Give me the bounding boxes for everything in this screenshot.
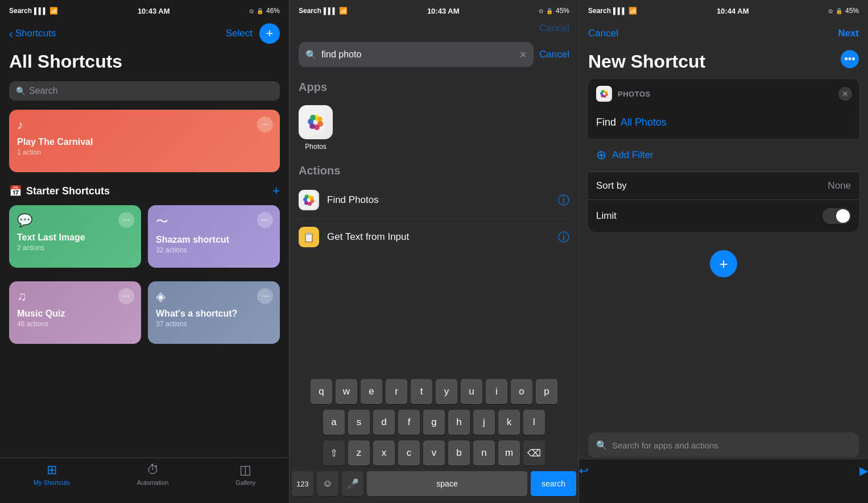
shortcut-card-play-carnival[interactable]: ♪ ··· Play The Carnival 1 action	[9, 110, 280, 172]
keyboard-row-2: a s d f g h j k l	[290, 406, 578, 437]
status-bar-1: Search ▌▌▌ 📶 10:43 AM ⊙ 🔒 46%	[0, 0, 289, 20]
card-more-shazam[interactable]: ···	[257, 212, 273, 228]
key-dictation[interactable]: 🎤	[342, 471, 363, 496]
undo-button[interactable]: ↩	[579, 464, 589, 477]
signal-3: ▌▌▌	[613, 7, 626, 14]
keyboard: q w e r t y u i o p a s d f g h j k l ⇧ …	[290, 376, 578, 503]
time-3: 10:44 AM	[717, 7, 749, 15]
actions-section-label: Actions	[290, 160, 578, 182]
key-e[interactable]: e	[361, 379, 382, 404]
shortcuts-list: ♪ ··· Play The Carnival 1 action	[0, 110, 289, 179]
carrier-1: Search	[9, 7, 32, 15]
tab-gallery[interactable]: ◫ Gallery	[235, 463, 255, 486]
key-p[interactable]: p	[536, 379, 557, 404]
card-more-music-quiz[interactable]: ···	[118, 288, 134, 304]
page-title-section-3: New Shortcut	[579, 49, 868, 79]
share-icon: ▶	[859, 464, 868, 477]
card-more-play[interactable]: ···	[257, 117, 273, 132]
select-button[interactable]: Select	[226, 28, 253, 39]
find-photos-action-row[interactable]: Find Photos ⓘ	[290, 182, 578, 218]
lock-icon-3: 🔒	[836, 8, 842, 14]
limit-toggle[interactable]	[822, 208, 851, 224]
key-b[interactable]: b	[448, 440, 470, 465]
key-a[interactable]: a	[323, 410, 345, 435]
search-bar-1[interactable]: 🔍 Search	[9, 81, 280, 101]
starter-add-button[interactable]: +	[272, 184, 280, 198]
key-o[interactable]: o	[511, 379, 532, 404]
key-i[interactable]: i	[486, 379, 507, 404]
apps-grid: Photos	[290, 105, 578, 160]
photos-block-app-name: PHOTOS	[618, 90, 651, 98]
key-emoji[interactable]: ☺	[317, 471, 338, 496]
sort-row[interactable]: Sort by None	[588, 172, 859, 199]
search-field-2[interactable]: 🔍 find photo ✕	[299, 42, 534, 67]
key-m[interactable]: m	[498, 440, 520, 465]
key-n[interactable]: n	[473, 440, 495, 465]
cancel-button-3[interactable]: Cancel	[588, 28, 618, 39]
key-w[interactable]: w	[336, 379, 357, 404]
more-dots-icon: •••	[845, 53, 855, 65]
limit-row[interactable]: Limit	[588, 199, 859, 232]
key-d[interactable]: d	[373, 410, 395, 435]
tab-automation[interactable]: ⏱ Automation	[137, 463, 169, 486]
tab-my-shortcuts[interactable]: ⊞ My Shortcuts	[34, 463, 70, 486]
card-more-whats-shortcut[interactable]: ···	[257, 288, 273, 304]
svg-point-0	[304, 111, 327, 134]
key-q[interactable]: q	[311, 379, 332, 404]
key-delete[interactable]: ⌫	[523, 440, 545, 465]
key-t[interactable]: t	[411, 379, 432, 404]
share-button[interactable]: ▶	[859, 464, 868, 477]
key-space[interactable]: space	[367, 471, 527, 496]
shortcut-card-music-quiz[interactable]: ♫ ··· Music Quiz 46 actions	[9, 281, 141, 344]
card-title-text-last-image: Text Last Image	[17, 232, 133, 243]
key-j[interactable]: j	[473, 410, 495, 435]
add-filter-row[interactable]: ⊕ Add Filter	[588, 139, 859, 172]
carrier-2: Search	[299, 7, 321, 15]
find-photos-info-button[interactable]: ⓘ	[558, 193, 569, 208]
key-shift[interactable]: ⇧	[323, 440, 345, 465]
key-y[interactable]: y	[436, 379, 457, 404]
clear-search-button[interactable]: ✕	[519, 49, 527, 60]
key-v[interactable]: v	[423, 440, 445, 465]
back-arrow-1: ‹	[9, 27, 13, 40]
key-k[interactable]: k	[498, 410, 520, 435]
back-button-1[interactable]: ‹ Shortcuts	[9, 27, 56, 40]
more-options-button[interactable]: •••	[841, 50, 859, 68]
key-s[interactable]: s	[348, 410, 370, 435]
key-h[interactable]: h	[448, 410, 470, 435]
key-x[interactable]: x	[373, 440, 395, 465]
key-r[interactable]: r	[386, 379, 407, 404]
add-shortcut-button[interactable]: +	[259, 23, 280, 44]
card-more-text-last-image[interactable]: ···	[118, 212, 134, 228]
status-left-1: Search ▌▌▌ 📶	[9, 7, 58, 15]
key-g[interactable]: g	[423, 410, 445, 435]
key-f[interactable]: f	[398, 410, 420, 435]
bottom-search-bar[interactable]: 🔍 Search for apps and actions	[588, 433, 859, 458]
find-value[interactable]: All Photos	[621, 117, 667, 128]
search-submit-button[interactable]: search	[531, 471, 576, 496]
keyboard-bottom-pad	[290, 498, 578, 503]
add-action-button[interactable]: +	[710, 250, 737, 277]
photos-block-close-button[interactable]: ✕	[838, 87, 852, 101]
key-u[interactable]: u	[461, 379, 482, 404]
app-name-photos: Photos	[305, 143, 326, 151]
photos-block-header: PHOTOS ✕	[588, 79, 859, 109]
get-text-action-row[interactable]: 📋 Get Text from Input ⓘ	[290, 219, 578, 255]
shortcut-card-shazam[interactable]: 〜 ··· Shazam shortcut 32 actions	[148, 205, 280, 268]
lock-icon-1: 🔒	[257, 8, 263, 14]
next-button-3[interactable]: Next	[838, 28, 859, 39]
search-section-2: 🔍 find photo ✕ Cancel	[290, 38, 578, 72]
svg-rect-16	[598, 88, 610, 100]
search-input-value: find photo	[321, 49, 361, 60]
apps-section-label: Apps	[299, 81, 569, 94]
key-l[interactable]: l	[523, 410, 545, 435]
key-c[interactable]: c	[398, 440, 420, 465]
key-numbers[interactable]: 123	[292, 471, 313, 496]
cancel-button-2[interactable]: Cancel	[539, 49, 569, 60]
key-z[interactable]: z	[348, 440, 370, 465]
shortcut-card-text-last-image[interactable]: 💬 ··· Text Last Image 2 actions	[9, 205, 141, 268]
app-item-photos[interactable]: Photos	[299, 105, 333, 151]
get-text-info-button[interactable]: ⓘ	[558, 230, 569, 245]
shortcut-card-whats-shortcut[interactable]: ◈ ··· What's a shortcut? 37 actions	[148, 281, 280, 344]
lock-icon-2: 🔒	[546, 8, 553, 14]
